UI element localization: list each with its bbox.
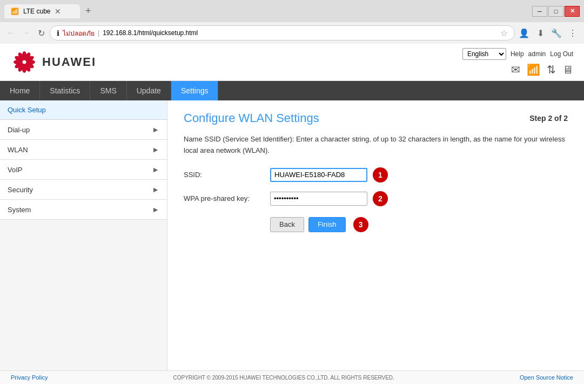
sidebar-label-system: System xyxy=(8,206,31,214)
mail-icon[interactable]: ✉ xyxy=(511,63,520,76)
sidebar-item-dialup[interactable]: Dial-up ► xyxy=(0,120,167,140)
security-icon: ℹ xyxy=(57,29,59,37)
display-icon: 🖥 xyxy=(562,64,573,76)
annotation-circle-2: 2 xyxy=(373,191,388,206)
dialup-arrow-icon: ► xyxy=(152,125,159,134)
close-button[interactable]: ✕ xyxy=(565,6,580,17)
page-header: HUAWEI English ภาษาไทย Help admin Log Ou… xyxy=(0,44,584,81)
logo-text: HUAWEI xyxy=(42,55,96,69)
huawei-logo-icon xyxy=(11,51,38,73)
tab-bar: 📶 LTE cube ✕ + xyxy=(4,2,97,20)
nav-item-home[interactable]: Home xyxy=(0,81,40,100)
security-text: ไม่ปลอดภัย xyxy=(63,28,95,38)
browser-navbar: ← → ↻ ℹ ไม่ปลอดภัย | ☆ 👤 ⬇ 🔧 ⋮ xyxy=(0,22,584,44)
back-nav-button[interactable]: ← xyxy=(4,26,17,39)
privacy-policy-link[interactable]: Privacy Policy xyxy=(11,374,48,381)
logo: HUAWEI xyxy=(11,51,96,73)
wpa-input[interactable] xyxy=(270,192,367,206)
logout-link[interactable]: Log Out xyxy=(550,50,573,58)
reload-button[interactable]: ↻ xyxy=(35,26,48,39)
content-area: Configure WLAN Settings Step 2 of 2 Name… xyxy=(167,100,584,370)
window-controls: ─ □ ✕ xyxy=(532,6,580,17)
browser-title-bar: 📶 LTE cube ✕ + ─ □ ✕ xyxy=(0,0,584,22)
button-row: Back Finish 3 xyxy=(184,217,568,232)
browser-menu-button[interactable]: ⋮ xyxy=(566,26,580,40)
form-area: SSID: 1 WPA pre-shared key: 2 xyxy=(184,167,568,232)
page-title: Configure WLAN Settings xyxy=(184,111,319,125)
ssid-row: SSID: 1 xyxy=(184,167,568,183)
bookmark-icon[interactable]: ☆ xyxy=(500,28,508,38)
forward-nav-button[interactable]: → xyxy=(19,26,32,39)
extension-icon-3[interactable]: 🔧 xyxy=(549,26,563,40)
step-indicator: Step 2 of 2 xyxy=(529,114,568,123)
header-right: English ภาษาไทย Help admin Log Out ✉ 📶 ⇅… xyxy=(462,48,573,76)
browser-extension-icons: 👤 ⬇ 🔧 ⋮ xyxy=(517,26,580,40)
address-bar[interactable]: ℹ ไม่ปลอดภัย | ☆ xyxy=(50,25,515,40)
extension-icon-1[interactable]: 👤 xyxy=(517,26,531,40)
nav-item-sms[interactable]: SMS xyxy=(90,81,126,100)
main-layout: Quick Setup Dial-up ► WLAN ► VoIP ► Secu… xyxy=(0,100,584,370)
admin-label: admin xyxy=(528,50,546,58)
annotation-group-1: 1 xyxy=(373,167,388,183)
sidebar-label-security: Security xyxy=(8,186,33,194)
signal-icon: 📶 xyxy=(527,63,540,76)
sidebar-item-system[interactable]: System ► xyxy=(0,200,167,220)
security-arrow-icon: ► xyxy=(152,185,159,194)
tab-favicon: 📶 xyxy=(11,8,19,15)
page: HUAWEI English ภาษาไทย Help admin Log Ou… xyxy=(0,44,584,384)
address-separator: | xyxy=(98,29,99,37)
language-select[interactable]: English ภาษาไทย xyxy=(462,48,506,60)
description-text: Name SSID (Service Set Identifier): Ente… xyxy=(184,134,568,157)
copyright-text: COPYRIGHT © 2009-2015 HUAWEI TECHNOLOGIE… xyxy=(173,375,394,381)
nav-item-update[interactable]: Update xyxy=(127,81,171,100)
new-tab-button[interactable]: + xyxy=(80,2,97,20)
header-top-bar: English ภาษาไทย Help admin Log Out xyxy=(462,48,573,60)
content-header: Configure WLAN Settings Step 2 of 2 xyxy=(184,111,568,125)
minimize-button[interactable]: ─ xyxy=(532,6,547,17)
ssid-input[interactable] xyxy=(270,168,367,182)
maximize-button[interactable]: □ xyxy=(548,6,563,17)
back-button[interactable]: Back xyxy=(270,217,304,232)
sidebar-label-voip: VoIP xyxy=(8,166,22,174)
wlan-arrow-icon: ► xyxy=(152,145,159,154)
system-arrow-icon: ► xyxy=(152,205,159,214)
wpa-row: WPA pre-shared key: 2 xyxy=(184,191,568,206)
tab-title: LTE cube xyxy=(23,8,50,15)
voip-arrow-icon: ► xyxy=(152,165,159,174)
sidebar-item-security[interactable]: Security ► xyxy=(0,180,167,200)
finish-button[interactable]: Finish xyxy=(308,217,346,232)
sidebar-label-dialup: Dial-up xyxy=(8,126,30,134)
sidebar-label-wlan: WLAN xyxy=(8,146,28,154)
sidebar-item-wlan[interactable]: WLAN ► xyxy=(0,140,167,160)
annotation-circle-1: 1 xyxy=(373,167,388,183)
url-input[interactable] xyxy=(103,29,497,37)
nav-item-statistics[interactable]: Statistics xyxy=(40,81,90,100)
help-link[interactable]: Help xyxy=(511,50,524,58)
extension-icon-2[interactable]: ⬇ xyxy=(533,26,547,40)
browser-tab[interactable]: 📶 LTE cube ✕ xyxy=(4,4,80,18)
sidebar: Quick Setup Dial-up ► WLAN ► VoIP ► Secu… xyxy=(0,100,167,370)
nav-item-settings[interactable]: Settings xyxy=(171,81,219,100)
annotation-group-2: 2 xyxy=(373,191,388,206)
sidebar-item-quick-setup[interactable]: Quick Setup xyxy=(0,100,167,120)
main-nav: Home Statistics SMS Update Settings xyxy=(0,81,584,100)
annotation-circle-3: 3 xyxy=(353,217,368,232)
data-transfer-icon: ⇅ xyxy=(547,63,556,76)
ssid-label: SSID: xyxy=(184,171,270,179)
page-footer: Privacy Policy COPYRIGHT © 2009-2015 HUA… xyxy=(0,370,584,384)
tab-close-button[interactable]: ✕ xyxy=(55,8,61,15)
wpa-label: WPA pre-shared key: xyxy=(184,194,270,202)
open-source-link[interactable]: Open Source Notice xyxy=(520,374,573,381)
header-icons: ✉ 📶 ⇅ 🖥 xyxy=(511,63,573,76)
sidebar-item-voip[interactable]: VoIP ► xyxy=(0,160,167,180)
